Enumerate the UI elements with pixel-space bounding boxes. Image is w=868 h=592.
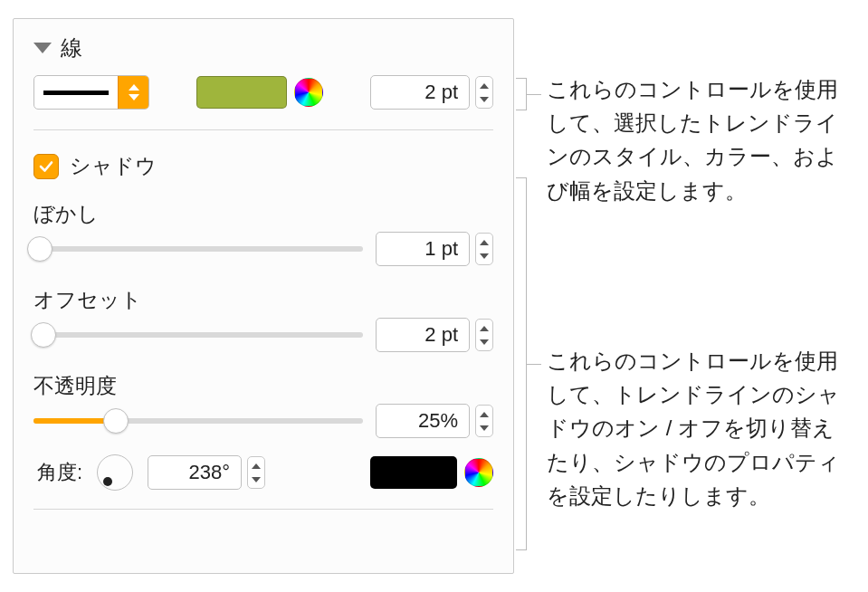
callout-shadow-controls: これらのコントロールを使用して、トレンドラインのシャドウのオン / オフを切り替… [547, 344, 845, 512]
callout-line-controls: これらのコントロールを使用して、選択したトレンドラインのスタイル、カラー、および… [547, 72, 845, 207]
angle-stepper: 238° [148, 455, 265, 490]
offset-input[interactable]: 2 pt [376, 318, 470, 352]
stepper-down-icon[interactable] [248, 473, 264, 486]
line-style-dropdown[interactable] [33, 75, 149, 110]
blur-label: ぼかし [33, 200, 493, 228]
checkmark-icon [38, 158, 54, 175]
opacity-label: 不透明度 [33, 372, 493, 400]
stepper-down-icon[interactable] [476, 335, 492, 349]
shadow-color-well[interactable] [370, 456, 457, 489]
angle-label: 角度: [37, 459, 82, 486]
stepper-down-icon[interactable] [476, 421, 492, 434]
offset-label: オフセット [33, 286, 493, 314]
offset-stepper: 2 pt [376, 318, 493, 352]
style-inspector-panel: 線 2 pt シャドウ ぼかし [13, 18, 514, 574]
angle-stepper-arrows[interactable] [247, 456, 265, 489]
blur-stepper: 1 pt [376, 232, 493, 266]
divider [33, 509, 493, 510]
callout-lead [527, 94, 541, 95]
line-width-stepper: 2 pt [370, 75, 493, 110]
stepper-down-icon[interactable] [476, 92, 492, 106]
chevron-down-icon [33, 43, 52, 53]
stepper-up-icon[interactable] [476, 235, 492, 249]
blur-stepper-arrows[interactable] [475, 233, 493, 265]
line-section-header[interactable]: 線 [33, 33, 493, 62]
line-width-stepper-arrows[interactable] [475, 76, 493, 109]
offset-stepper-arrows[interactable] [475, 319, 493, 351]
stepper-up-icon[interactable] [248, 459, 264, 473]
shadow-color-group [370, 456, 493, 489]
offset-row: 2 pt [33, 318, 493, 352]
stroke-preview [34, 76, 118, 109]
angle-row: 角度: 238° [33, 454, 493, 491]
blur-input[interactable]: 1 pt [376, 232, 470, 266]
opacity-stepper-arrows[interactable] [475, 405, 493, 437]
line-controls-row: 2 pt [33, 75, 493, 110]
angle-input[interactable]: 238° [148, 455, 242, 490]
line-section-title: 線 [61, 33, 82, 62]
shadow-checkbox[interactable] [33, 154, 59, 179]
stepper-up-icon[interactable] [476, 407, 492, 421]
stepper-up-icon[interactable] [476, 321, 492, 335]
dropdown-arrows-icon [118, 76, 148, 109]
stepper-down-icon[interactable] [476, 249, 492, 263]
callout-lead [527, 364, 541, 365]
stepper-up-icon[interactable] [476, 79, 492, 92]
callout-bracket [516, 177, 527, 550]
shadow-checkbox-label: シャドウ [70, 152, 157, 180]
opacity-row: 25% [33, 404, 493, 438]
color-wheel-icon[interactable] [464, 458, 493, 487]
angle-dial[interactable] [97, 454, 133, 491]
blur-row: 1 pt [33, 232, 493, 266]
shadow-checkbox-row: シャドウ [33, 152, 493, 180]
callout-bracket [516, 78, 527, 110]
blur-slider[interactable] [33, 236, 363, 262]
opacity-stepper: 25% [376, 404, 493, 438]
opacity-slider[interactable] [33, 408, 363, 434]
line-color-group [196, 76, 323, 109]
color-wheel-icon[interactable] [294, 78, 323, 107]
offset-slider[interactable] [33, 322, 363, 348]
line-width-input[interactable]: 2 pt [370, 75, 470, 110]
line-color-well[interactable] [196, 76, 287, 109]
opacity-input[interactable]: 25% [376, 404, 470, 438]
divider [33, 129, 493, 130]
